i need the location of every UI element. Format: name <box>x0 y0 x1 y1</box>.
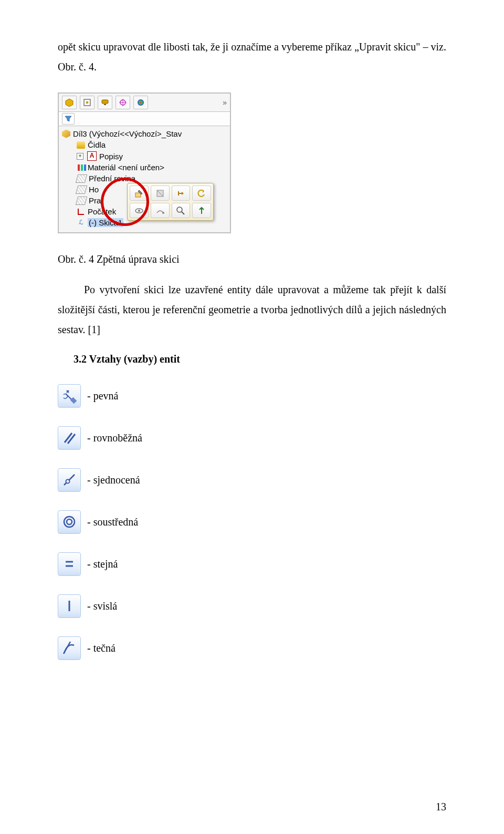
material-icon <box>77 163 85 172</box>
hide-icon[interactable] <box>130 203 149 218</box>
vertical-icon <box>58 594 81 617</box>
constraint-soustredna: - soustředná <box>58 510 446 533</box>
plane-icon <box>76 186 87 194</box>
constraint-label: - stejná <box>87 558 118 570</box>
tree-label: Čidla <box>88 140 106 149</box>
constraint-label: - sjednocená <box>87 474 140 486</box>
svg-rect-2 <box>86 101 88 104</box>
svg-line-19 <box>68 434 75 444</box>
constraint-sjednocena: - sjednocená <box>58 468 446 491</box>
origin-icon <box>77 208 85 216</box>
tab-target-icon[interactable] <box>116 96 130 109</box>
constraint-pevna: - pevná <box>58 384 446 407</box>
fixed-icon <box>58 384 81 407</box>
feature-manager-panel: » Díl3 (Výchozí<<Výchozí>_Stav Čidla + <box>58 92 231 233</box>
tree-item-cidla[interactable]: Čidla <box>62 139 227 150</box>
svg-line-18 <box>65 433 72 442</box>
svg-marker-0 <box>66 99 73 107</box>
figure-4: » Díl3 (Výchozí<<Výchozí>_Stav Čidla + <box>58 92 446 233</box>
constraint-label: - rovnoběžná <box>87 432 142 444</box>
tree-item-popisy[interactable]: + A Popisy <box>62 150 227 162</box>
svg-point-14 <box>162 212 164 214</box>
tree-root[interactable]: Díl3 (Výchozí<<Výchozí>_Stav <box>62 128 227 139</box>
filter-row <box>59 112 230 126</box>
tab-appearance-icon[interactable] <box>133 96 148 109</box>
suppress-icon[interactable] <box>151 186 170 201</box>
tab-config-icon[interactable] <box>80 96 94 109</box>
tree-label: Ho <box>89 185 99 194</box>
svg-line-27 <box>64 642 70 654</box>
constraint-stejna: - stejná <box>58 552 446 575</box>
rollback-icon[interactable] <box>172 186 191 201</box>
tab-part-icon[interactable] <box>62 96 77 109</box>
zoom-icon[interactable] <box>172 203 191 218</box>
tree-item-predni[interactable]: Přední rovina <box>62 173 227 184</box>
undo-icon[interactable] <box>192 186 211 201</box>
context-toolbar <box>127 183 214 221</box>
figure-caption: Obr. č. 4 Zpětná úprava skici <box>58 249 446 269</box>
constraint-label: - soustředná <box>87 516 138 528</box>
sketch-icon <box>77 219 85 227</box>
constraint-label: - pevná <box>87 390 118 402</box>
tree-label: Počátek <box>88 207 116 216</box>
concentric-icon <box>58 510 81 533</box>
equal-icon <box>58 552 81 575</box>
tree-label: Pra <box>89 196 101 205</box>
constraint-svisla: - svislá <box>58 594 446 617</box>
tree-root-label: Díl3 (Výchozí<<Výchozí>_Stav <box>73 129 182 138</box>
coincident-icon <box>58 468 81 491</box>
svg-point-21 <box>66 480 70 483</box>
svg-point-15 <box>177 207 182 212</box>
chevrons-icon[interactable]: » <box>223 98 227 107</box>
tree-label: (-) Skica1 <box>88 218 123 227</box>
annotation-icon: A <box>87 151 97 161</box>
constraint-rovnobezna: - rovnoběžná <box>58 426 446 449</box>
page-number: 13 <box>436 801 446 813</box>
tab-display-icon[interactable] <box>98 96 112 109</box>
plane-icon <box>76 174 87 183</box>
intro-paragraph: opět skicu upravovat dle libosti tak, že… <box>58 37 446 77</box>
folder-icon <box>77 141 85 149</box>
svg-rect-3 <box>102 100 108 104</box>
svg-rect-17 <box>70 397 77 404</box>
tree-label: Přední rovina <box>89 174 135 183</box>
svg-point-13 <box>138 210 140 212</box>
expand-icon[interactable]: + <box>77 153 83 160</box>
normal-view-icon[interactable] <box>192 203 211 218</box>
constraint-label: - svislá <box>87 600 117 612</box>
svg-point-22 <box>64 517 75 527</box>
edit-sketch-icon[interactable] <box>130 186 149 201</box>
constraint-tecna: - tečná <box>58 636 446 660</box>
constraint-label: - tečná <box>87 642 116 654</box>
filter-icon[interactable] <box>62 113 75 125</box>
tree-label: Materiál <není určen> <box>88 163 164 172</box>
svg-point-23 <box>67 519 72 524</box>
plane-icon <box>76 197 87 205</box>
parallel-icon <box>58 426 81 449</box>
tree-item-material[interactable]: Materiál <není určen> <box>62 162 227 173</box>
section-heading: 3.2 Vztahy (vazby) entit <box>74 353 446 365</box>
tangent-icon <box>58 636 81 660</box>
svg-line-16 <box>182 212 184 214</box>
tree-label: Popisy <box>99 152 123 161</box>
normal-to-icon[interactable] <box>151 203 170 218</box>
part-icon <box>62 130 70 138</box>
svg-point-8 <box>138 99 144 106</box>
svg-rect-4 <box>104 104 106 105</box>
fm-tabs: » <box>59 94 230 112</box>
paragraph-2: Po vytvoření skici lze uzavřené entity d… <box>58 280 446 339</box>
